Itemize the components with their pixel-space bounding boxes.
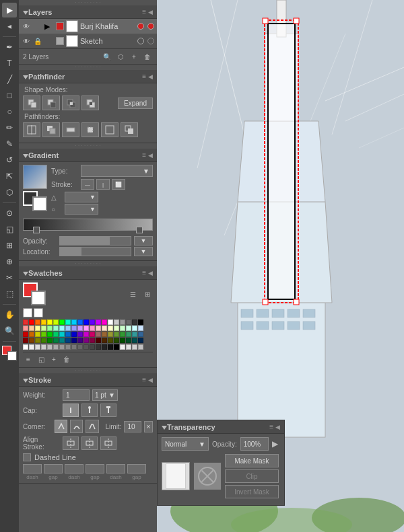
swatch-cell[interactable] <box>47 319 53 325</box>
swatch-cell[interactable] <box>47 338 53 343</box>
stroke-weight-input[interactable]: 1 <box>63 389 90 401</box>
dash-input-2[interactable] <box>65 464 83 473</box>
layers-search-btn[interactable]: 🔍 <box>102 51 112 62</box>
swatch-gray-cell[interactable] <box>71 344 77 350</box>
swatch-cell[interactable] <box>77 338 83 343</box>
gap-input-1[interactable] <box>44 464 63 473</box>
gradient-location-slider[interactable] <box>59 247 131 256</box>
gradient-drag-handle[interactable]: · · · · · · · · · <box>19 143 157 149</box>
gradient-aspect-dropdown[interactable]: ▼ <box>65 204 98 215</box>
swatch-cell[interactable] <box>126 338 131 343</box>
swatch-cell[interactable] <box>29 332 34 337</box>
pathfinder-drag-handle[interactable]: · · · · · · · · · <box>19 65 157 70</box>
tool-direct-select[interactable]: ◂ <box>2 19 17 34</box>
swatch-cell[interactable] <box>90 319 95 325</box>
swatch-cell[interactable] <box>102 338 107 343</box>
swatch-cell[interactable] <box>29 319 34 325</box>
pathfinder-collapse-arrow[interactable]: ◀ <box>148 73 153 80</box>
swatch-cell[interactable] <box>132 332 137 337</box>
swatch-cell[interactable] <box>53 326 59 331</box>
swatch-cell[interactable] <box>71 319 77 325</box>
swatch-gray-cell[interactable] <box>138 344 143 350</box>
tool-ellipse[interactable]: ○ <box>2 104 17 119</box>
swatch-gray-cell[interactable] <box>35 344 40 350</box>
swatch-cell[interactable] <box>96 338 101 343</box>
layer-expand-burj[interactable]: ▶ <box>44 22 54 31</box>
swatch-cell[interactable] <box>120 338 125 343</box>
tool-line[interactable]: ╱ <box>2 72 17 87</box>
swatch-gray-cell[interactable] <box>96 344 101 350</box>
swatch-cell[interactable] <box>138 319 143 325</box>
pf-crop-btn[interactable] <box>81 122 99 137</box>
dash-input-1[interactable] <box>23 464 42 473</box>
swatches-new-group-btn[interactable]: ◱ <box>36 354 46 365</box>
swatch-cell[interactable] <box>41 326 46 331</box>
expand-btn[interactable]: Expand <box>118 98 153 109</box>
swatch-cell[interactable] <box>65 332 71 337</box>
swatch-cell[interactable] <box>83 332 89 337</box>
layers-options-icon[interactable]: ≡ <box>142 8 146 15</box>
opacity-arrow[interactable]: ▶ <box>272 439 278 449</box>
layers-new-layer-btn[interactable]: + <box>129 51 139 62</box>
tool-mesh[interactable]: ⊞ <box>2 238 17 253</box>
swatch-gray-cell[interactable] <box>41 344 46 350</box>
tool-gradient[interactable]: ◱ <box>2 222 17 237</box>
swatch-cell[interactable] <box>77 326 83 331</box>
gap-input-3[interactable] <box>127 464 146 473</box>
stroke-collapse-arrow[interactable]: ◀ <box>148 377 153 383</box>
swatch-cell[interactable] <box>96 332 101 337</box>
stroke-corner-miter[interactable] <box>55 420 67 433</box>
stroke-corner-bevel[interactable] <box>86 420 98 433</box>
layers-collapse-arrow[interactable]: ◀ <box>148 9 153 15</box>
gradient-opacity-dropdown[interactable]: ▼ <box>134 236 153 245</box>
pf-divide-btn[interactable] <box>23 122 40 137</box>
pf-minus-btn[interactable] <box>42 96 60 110</box>
swatch-cell[interactable] <box>47 326 53 331</box>
stroke-cap-butt[interactable] <box>63 404 79 417</box>
tool-rotate[interactable]: ↺ <box>2 153 17 167</box>
tool-brush[interactable]: ✏ <box>2 120 17 135</box>
swatch-cell[interactable] <box>71 338 77 343</box>
swatch-cell[interactable] <box>102 326 107 331</box>
swatch-cell[interactable] <box>65 326 71 331</box>
dash-input-3[interactable] <box>106 464 125 473</box>
tool-rect[interactable]: □ <box>2 88 17 103</box>
swatch-cell[interactable] <box>108 326 113 331</box>
swatch-cell[interactable] <box>53 338 59 343</box>
swatch-gray-cell[interactable] <box>47 344 53 350</box>
swatch-cell[interactable] <box>29 326 34 331</box>
clip-btn[interactable]: Clip <box>225 469 279 483</box>
swatch-cell[interactable] <box>23 338 28 343</box>
stroke-cap-projecting[interactable] <box>100 404 116 417</box>
gradient-stop-right[interactable] <box>136 227 143 233</box>
swatch-cell[interactable] <box>35 319 40 325</box>
swatch-cell[interactable] <box>77 332 83 337</box>
swatch-cell[interactable] <box>132 326 137 331</box>
swatch-gray-cell[interactable] <box>53 344 59 350</box>
swatch-cell[interactable] <box>138 338 143 343</box>
swatch-cell[interactable] <box>23 319 28 325</box>
make-mask-btn[interactable]: Make Mask <box>225 454 279 467</box>
invert-mask-btn[interactable]: Invert Mask <box>225 485 279 498</box>
swatch-cell[interactable] <box>71 332 77 337</box>
layer-target-sketch[interactable] <box>137 38 144 44</box>
stroke-panel-header[interactable]: Stroke ≡ ◀ <box>19 373 157 387</box>
swatch-cell[interactable] <box>35 332 40 337</box>
swatch-cell[interactable] <box>96 326 101 331</box>
swatch-cell[interactable] <box>108 338 113 343</box>
layers-delete-btn[interactable]: 🗑 <box>142 51 153 62</box>
stroke-unit-dropdown[interactable]: 1 pt ▼ <box>92 389 118 401</box>
gap-input-2[interactable] <box>86 464 104 473</box>
swatch-registration[interactable] <box>34 308 43 317</box>
swatches-list-view-btn[interactable]: ☰ <box>127 289 138 299</box>
layer-visibility-burj[interactable]: 👁 <box>22 22 31 31</box>
tool-pencil[interactable]: ✎ <box>2 137 17 151</box>
swatch-cell[interactable] <box>29 338 34 343</box>
swatch-cell[interactable] <box>114 332 119 337</box>
pf-merge-btn[interactable] <box>62 122 79 137</box>
tool-pen[interactable]: ✒ <box>2 40 17 54</box>
gradient-stop-left[interactable] <box>33 227 40 233</box>
layer-target-burj[interactable] <box>137 23 144 30</box>
swatch-cell[interactable] <box>114 326 119 331</box>
pf-unite-btn[interactable] <box>23 96 40 110</box>
